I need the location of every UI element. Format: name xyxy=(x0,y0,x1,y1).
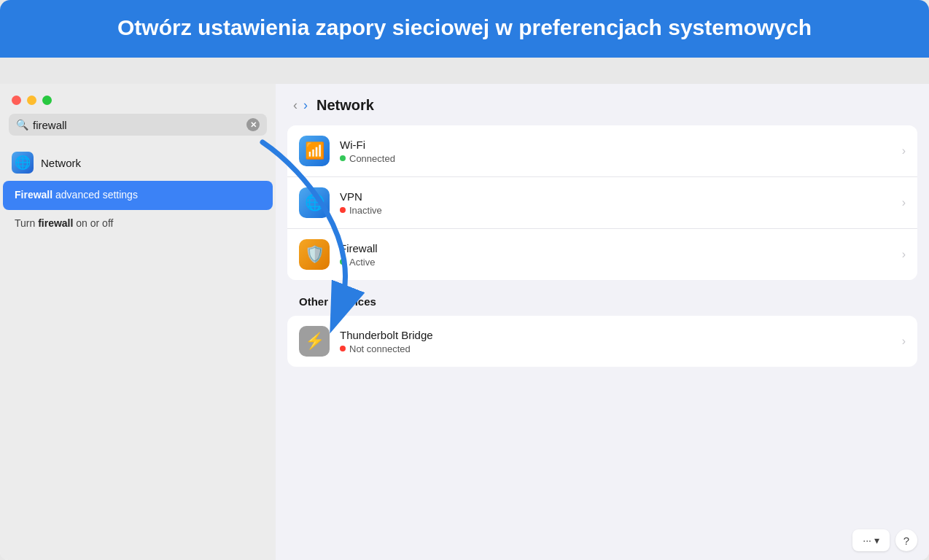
main-content: ‹ › Network 📶 Wi-Fi Connected xyxy=(276,84,929,560)
close-button[interactable] xyxy=(12,96,21,105)
firewall-status-dot xyxy=(340,259,346,265)
minimize-button[interactable] xyxy=(27,96,36,105)
more-dots: ··· xyxy=(863,534,871,546)
bottom-bar: ··· ▾ ? xyxy=(276,521,929,560)
wifi-status-text: Connected xyxy=(349,153,395,164)
thunderbolt-row[interactable]: ⚡ Thunderbolt Bridge Not connected › xyxy=(287,316,917,367)
search-bar: 🔍 ✕ xyxy=(9,114,267,136)
vpn-chevron: › xyxy=(902,196,906,209)
vpn-icon: 🌐 xyxy=(305,193,324,212)
vpn-row[interactable]: 🌐 VPN Inactive › xyxy=(287,177,917,229)
content-header: ‹ › Network xyxy=(276,84,929,125)
nav-forward-arrow[interactable]: › xyxy=(303,98,308,113)
thunderbolt-info: Thunderbolt Bridge Not connected xyxy=(340,329,896,354)
firewall-row[interactable]: 🛡️ Firewall Active › xyxy=(287,229,917,280)
wifi-status-dot xyxy=(340,155,346,161)
sidebar: 🔍 ✕ 🌐 Network Firewall advanced settings… xyxy=(0,84,276,560)
firewall-advanced-text: Firewall advanced settings xyxy=(15,188,261,203)
wifi-icon: 📶 xyxy=(305,141,324,160)
thunderbolt-status-dot xyxy=(340,346,346,351)
main-window: 🔍 ✕ 🌐 Network Firewall advanced settings… xyxy=(0,84,929,560)
wifi-name: Wi-Fi xyxy=(340,139,896,151)
wifi-status: Connected xyxy=(340,153,896,164)
search-icon: 🔍 xyxy=(16,119,28,131)
thunderbolt-name: Thunderbolt Bridge xyxy=(340,329,896,341)
firewall-chevron: › xyxy=(902,248,906,261)
vpn-status-dot xyxy=(340,207,346,213)
firewall-name: Firewall xyxy=(340,242,896,254)
other-services-label: Other Services xyxy=(287,281,917,315)
main-network-section: 📶 Wi-Fi Connected › 🌐 xyxy=(287,125,917,280)
vpn-info: VPN Inactive xyxy=(340,190,896,216)
window-controls xyxy=(0,84,276,114)
sidebar-item-turn-firewall[interactable]: Turn firewall on or off xyxy=(0,211,276,235)
thunderbolt-icon-container: ⚡ xyxy=(299,326,330,357)
top-banner: Otwórz ustawienia zapory sieciowej w pre… xyxy=(0,0,929,58)
sidebar-item-firewall-advanced[interactable]: Firewall advanced settings xyxy=(3,181,273,210)
more-button[interactable]: ··· ▾ xyxy=(852,529,890,551)
other-services-section: ⚡ Thunderbolt Bridge Not connected › xyxy=(287,316,917,367)
help-icon: ? xyxy=(903,534,909,547)
maximize-button[interactable] xyxy=(42,96,52,105)
thunderbolt-status: Not connected xyxy=(340,343,896,354)
thunderbolt-chevron: › xyxy=(902,335,906,348)
firewall-icon: 🛡️ xyxy=(305,245,324,264)
sidebar-item-network[interactable]: 🌐 Network xyxy=(0,146,276,179)
firewall-status: Active xyxy=(340,257,896,268)
search-input[interactable] xyxy=(33,119,242,131)
banner-text: Otwórz ustawienia zapory sieciowej w pre… xyxy=(29,13,900,42)
firewall-icon-container: 🛡️ xyxy=(299,239,330,270)
thunderbolt-status-text: Not connected xyxy=(349,343,411,354)
network-globe-icon: 🌐 xyxy=(12,152,34,174)
vpn-icon-container: 🌐 xyxy=(299,187,330,218)
nav-back-arrow[interactable]: ‹ xyxy=(293,98,298,113)
wifi-info: Wi-Fi Connected xyxy=(340,139,896,164)
wifi-row[interactable]: 📶 Wi-Fi Connected › xyxy=(287,125,917,177)
help-button[interactable]: ? xyxy=(895,529,917,551)
vpn-status-text: Inactive xyxy=(349,205,382,216)
wifi-chevron: › xyxy=(902,144,906,158)
firewall-status-text: Active xyxy=(349,257,375,268)
turn-firewall-text: Turn firewall on or off xyxy=(15,217,113,229)
firewall-info: Firewall Active xyxy=(340,242,896,268)
firewall-bold: Firewall xyxy=(15,189,53,201)
thunderbolt-icon: ⚡ xyxy=(305,332,324,351)
vpn-name: VPN xyxy=(340,190,896,203)
content-title: Network xyxy=(316,97,374,114)
network-list: 📶 Wi-Fi Connected › 🌐 xyxy=(276,125,929,367)
more-chevron-icon: ▾ xyxy=(874,534,879,546)
vpn-status: Inactive xyxy=(340,205,896,216)
sidebar-network-label: Network xyxy=(41,157,81,169)
wifi-icon-container: 📶 xyxy=(299,136,330,166)
search-clear-button[interactable]: ✕ xyxy=(246,118,260,131)
